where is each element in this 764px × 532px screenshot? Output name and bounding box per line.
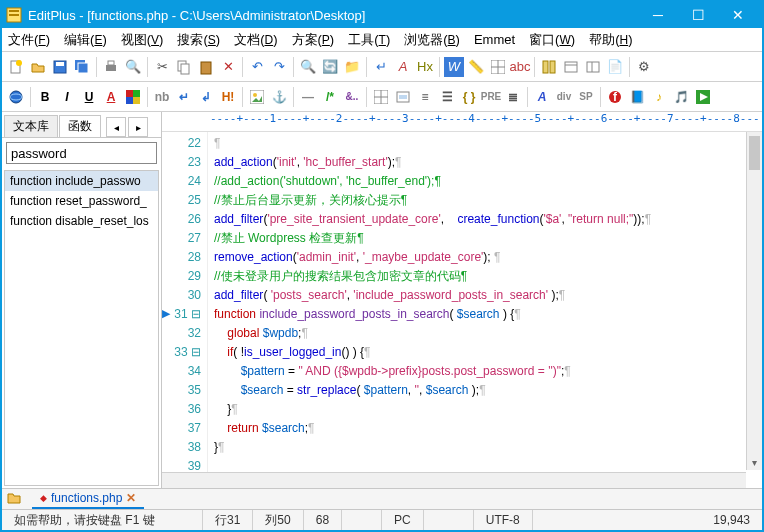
media4-icon[interactable] [693,87,713,107]
find-icon[interactable]: 🔍 [298,57,318,77]
paste-icon[interactable] [196,57,216,77]
svg-rect-27 [126,97,133,104]
marquee-icon[interactable]: ≣ [503,87,523,107]
save-icon[interactable] [50,57,70,77]
font-a2-icon[interactable]: A [532,87,552,107]
document-tab[interactable]: ◆ functions.php ✕ [32,489,144,509]
scroll-down-icon[interactable]: ▾ [747,454,762,470]
div-icon[interactable]: div [554,87,574,107]
find-files-icon[interactable]: 📁 [342,57,362,77]
side-tab-functions[interactable]: 函数 [59,115,101,137]
br-icon[interactable]: ↲ [196,87,216,107]
hr-icon[interactable]: — [298,87,318,107]
side-nav-prev[interactable]: ◂ [106,117,126,137]
menu-V[interactable]: 视图(V) [121,31,164,49]
menu-D[interactable]: 文档(D) [234,31,277,49]
open-file-icon[interactable] [28,57,48,77]
font-color-icon[interactable]: A [101,87,121,107]
list-icon[interactable]: ☰ [437,87,457,107]
svg-rect-35 [399,95,407,99]
flash-icon[interactable]: f [605,87,625,107]
pre-icon[interactable]: PRE [481,87,501,107]
nbsp-icon[interactable]: nb [152,87,172,107]
bold-icon[interactable]: B [35,87,55,107]
svg-rect-21 [587,62,599,72]
wordwrap-icon[interactable]: ↵ [371,57,391,77]
form-icon[interactable] [393,87,413,107]
menu-Emmet[interactable]: Emmet [474,32,515,47]
span-icon[interactable]: SP [576,87,596,107]
scroll-thumb[interactable] [749,136,760,170]
center-icon[interactable]: ≡ [415,87,435,107]
table-icon[interactable] [371,87,391,107]
settings-icon[interactable]: ⚙ [634,57,654,77]
svg-rect-9 [106,65,116,71]
menu-P[interactable]: 方案(P) [292,31,335,49]
code-area[interactable]: 22232425262728293031 ⊟3233 ⊟343536373839… [162,132,762,488]
output-icon[interactable] [583,57,603,77]
replace-icon[interactable]: 🔄 [320,57,340,77]
print-preview-icon[interactable]: 🔍 [123,57,143,77]
status-gap [423,510,473,530]
ruler-icon[interactable]: 📏 [466,57,486,77]
directory-icon[interactable] [539,57,559,77]
minimize-button[interactable]: ─ [638,2,678,28]
menu-B[interactable]: 浏览器(B) [404,31,460,49]
menu-W[interactable]: 窗口(W) [529,31,575,49]
function-search-input[interactable] [6,142,157,164]
script-icon[interactable]: { } [459,87,479,107]
browser-icon[interactable] [6,87,26,107]
close-button[interactable]: ✕ [718,2,758,28]
new-file-icon[interactable] [6,57,26,77]
media1-icon[interactable]: 📘 [627,87,647,107]
menu-E[interactable]: 编辑(E) [64,31,107,49]
directory-icon[interactable] [6,490,24,508]
maximize-button[interactable]: ☐ [678,2,718,28]
horizontal-scrollbar[interactable] [162,472,746,488]
toolwin-icon[interactable] [561,57,581,77]
underline-icon[interactable]: U [79,87,99,107]
font-a-icon[interactable]: A [393,57,413,77]
menu-T[interactable]: 工具(T) [348,31,390,49]
save-all-icon[interactable] [72,57,92,77]
code-text[interactable]: ¶add_action('init', 'hc_buffer_start');¶… [208,132,762,488]
function-list-item[interactable]: function include_passwo [5,171,158,191]
redo-icon[interactable]: ↷ [269,57,289,77]
menu-S[interactable]: 搜索(S) [177,31,220,49]
heading-icon[interactable]: H! [218,87,238,107]
grid-icon[interactable] [488,57,508,77]
word-mode-icon[interactable]: W [444,57,464,77]
media2-icon[interactable]: ♪ [649,87,669,107]
image-icon[interactable] [247,87,267,107]
svg-rect-6 [56,62,64,66]
hex-icon[interactable]: Hx [415,57,435,77]
cut-icon[interactable]: ✂ [152,57,172,77]
palette-icon[interactable] [123,87,143,107]
side-nav-next[interactable]: ▸ [128,117,148,137]
menu-H[interactable]: 帮助(H) [589,31,632,49]
copy-icon[interactable] [174,57,194,77]
spell-icon[interactable]: abc [510,57,530,77]
svg-rect-28 [133,97,140,104]
vertical-scrollbar[interactable]: ▴ ▾ [746,132,762,470]
italic-icon[interactable]: I [57,87,77,107]
undo-icon[interactable]: ↶ [247,57,267,77]
svg-point-23 [10,91,22,103]
char-icon[interactable]: &.. [342,87,362,107]
svg-rect-18 [550,61,555,73]
side-tab-cliptext[interactable]: 文本库 [4,115,58,137]
para-icon[interactable]: ↵ [174,87,194,107]
media3-icon[interactable]: 🎵 [671,87,691,107]
current-line-arrow: ▶ [162,307,174,320]
close-tab-icon[interactable]: ✕ [126,491,136,505]
function-list-item[interactable]: function reset_password_ [5,191,158,211]
function-list[interactable]: function include_passwofunction reset_pa… [4,170,159,486]
delete-icon[interactable]: ✕ [218,57,238,77]
menu-F[interactable]: 文件(F) [8,31,50,49]
anchor-icon[interactable]: ⚓ [269,87,289,107]
comment-icon[interactable]: /* [320,87,340,107]
function-list-item[interactable]: function disable_reset_los [5,211,158,231]
print-icon[interactable] [101,57,121,77]
svg-rect-25 [126,90,133,97]
files-icon[interactable]: 📄 [605,57,625,77]
